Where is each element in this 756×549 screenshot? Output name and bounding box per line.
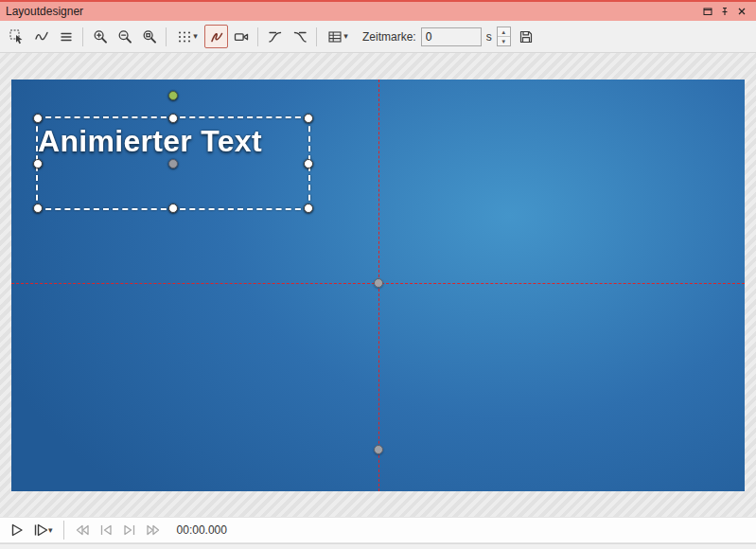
chevron-down-icon: ▾ <box>193 32 198 41</box>
transport-separator <box>63 521 64 540</box>
zeitmarke-label: Zeitmarke: <box>362 30 416 44</box>
close-icon <box>737 7 747 16</box>
toolbar-separator <box>82 27 83 46</box>
pin-button[interactable] <box>716 4 733 19</box>
close-button[interactable] <box>733 4 750 19</box>
toolbar-separator <box>166 27 167 46</box>
chevron-down-icon: ▾ <box>343 32 348 41</box>
skip-forward-icon <box>146 522 161 538</box>
skip-to-start-button[interactable] <box>97 520 115 540</box>
skip-back-icon <box>75 522 90 538</box>
resize-handle-top-left[interactable] <box>33 114 43 123</box>
panel-title: Layoutdesigner <box>6 5 83 18</box>
save-icon <box>519 29 534 44</box>
rotation-handle[interactable] <box>168 91 178 100</box>
pin-icon <box>720 7 730 16</box>
camera-icon <box>234 29 249 44</box>
toolbar-separator <box>316 27 317 46</box>
zeitmarke-unit: s <box>486 30 492 44</box>
zoom-in-button[interactable] <box>88 25 112 48</box>
play-button[interactable] <box>8 520 26 540</box>
smooth-path-button[interactable] <box>29 25 53 48</box>
text-object-selection[interactable]: Animierter Text <box>36 116 310 210</box>
curve-ease-in-icon <box>268 29 283 44</box>
resize-handle-middle-right[interactable] <box>304 159 313 168</box>
zeitmarke-input[interactable] <box>421 27 482 46</box>
resize-handle-bottom-middle[interactable] <box>168 204 178 213</box>
panel-titlebar: Layoutdesigner <box>0 0 756 21</box>
layoutdesigner-window: Layoutdesigner <box>0 0 756 549</box>
skip-to-end-icon <box>122 522 137 538</box>
status-bar <box>0 543 756 549</box>
play-from-timemark-button[interactable]: ▾ <box>31 520 55 540</box>
path-point-lower[interactable] <box>374 445 383 454</box>
layout-canvas[interactable]: Animierter Text <box>11 80 745 491</box>
grid-icon <box>177 29 192 44</box>
zoom-fit-icon <box>142 29 157 44</box>
camera-pan-button[interactable] <box>229 25 253 48</box>
resize-handle-middle-left[interactable] <box>33 159 43 168</box>
zoom-out-button[interactable] <box>113 25 136 48</box>
align-lines-icon <box>59 29 74 44</box>
motion-path-button[interactable] <box>204 25 228 48</box>
save-timemark-button[interactable] <box>515 25 538 48</box>
ease-out-button[interactable] <box>288 25 311 48</box>
selected-text[interactable]: Animierter Text <box>38 124 262 159</box>
skip-forward-button[interactable] <box>144 520 163 540</box>
playback-bar: ▾ 00:00.000 <box>0 517 756 543</box>
spinner-down-icon[interactable]: ▼ <box>498 37 510 45</box>
toolbar: ▾ ▾ Zeitma <box>0 21 756 53</box>
align-lines-button[interactable] <box>54 25 78 48</box>
object-center-handle[interactable] <box>168 159 178 168</box>
resize-handle-bottom-right[interactable] <box>304 204 313 213</box>
skip-to-end-button[interactable] <box>120 520 139 540</box>
play-from-timemark-icon <box>33 522 48 538</box>
path-point-center[interactable] <box>374 278 383 288</box>
grid-button[interactable]: ▾ <box>171 25 203 48</box>
time-display: 00:00.000 <box>177 523 227 537</box>
zoom-in-icon <box>93 29 108 44</box>
skip-back-button[interactable] <box>73 520 92 540</box>
smooth-path-icon <box>34 29 49 44</box>
select-tool-button[interactable] <box>5 25 28 48</box>
skip-to-start-icon <box>98 522 114 538</box>
spinner-up-icon[interactable]: ▲ <box>498 27 510 37</box>
zoom-fit-button[interactable] <box>137 25 161 48</box>
zoom-out-icon <box>117 29 132 44</box>
keyframe-table-icon <box>327 29 343 44</box>
maximize-icon <box>703 7 712 16</box>
maximize-button[interactable] <box>699 4 716 19</box>
toolbar-separator <box>257 27 258 46</box>
chevron-down-icon: ▾ <box>48 526 53 535</box>
ease-in-button[interactable] <box>263 25 287 48</box>
curve-ease-out-icon <box>292 29 308 44</box>
select-tool-icon <box>9 29 25 44</box>
keyframes-button[interactable]: ▾ <box>322 25 354 48</box>
resize-handle-top-middle[interactable] <box>168 114 178 123</box>
play-icon <box>9 522 25 538</box>
resize-handle-top-right[interactable] <box>304 114 313 123</box>
motion-path-icon <box>209 29 224 44</box>
resize-handle-bottom-left[interactable] <box>33 204 43 213</box>
zeitmarke-spinner[interactable]: ▲ ▼ <box>497 27 511 46</box>
